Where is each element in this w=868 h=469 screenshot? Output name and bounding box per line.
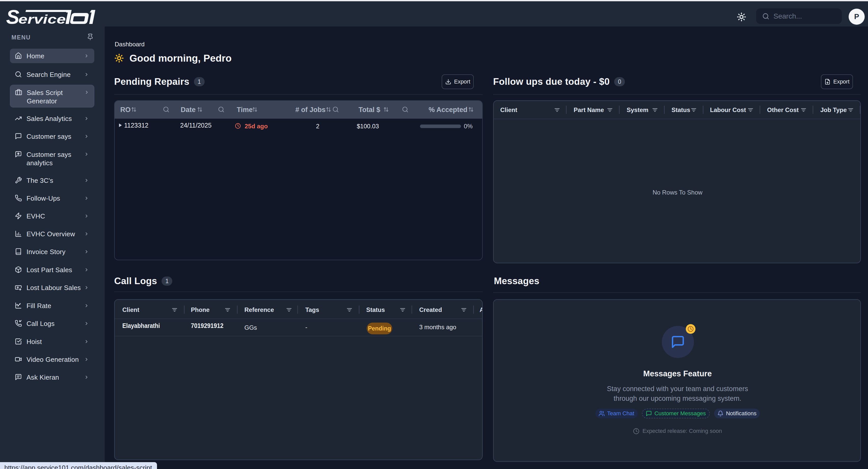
svg-text:S: S: [6, 9, 19, 26]
svg-text:ervice: ervice: [18, 12, 66, 26]
